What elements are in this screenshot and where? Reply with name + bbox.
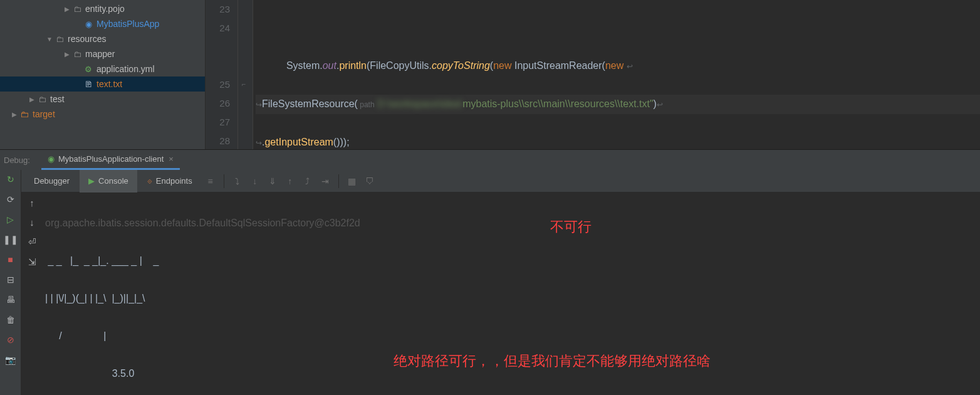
tree-node-entity[interactable]: 🗀 entity.pojo (0, 1, 205, 16)
resources-folder-icon: 🗀 (54, 34, 65, 44)
debug-session-tab[interactable]: ◉ MybatisPlusApplication-client × (41, 150, 180, 170)
code-token: mybatis-plus\\src\\main\\resources\\text… (462, 98, 653, 109)
force-step-into-button[interactable]: ⇓ (264, 173, 281, 189)
editor[interactable]: 23 24 25 26 27 28 ⌐ System.out.println(F… (206, 0, 980, 149)
rerun-button[interactable]: ↻ (4, 172, 18, 186)
folder-icon: 🗀 (36, 94, 48, 104)
yml-icon: ⚙ (83, 64, 94, 74)
soft-wrap-button[interactable]: ⏎ (28, 236, 36, 248)
debug-left-toolbar: ↻ ⟳ ▷ ❚❚ ■ ⊟ 🖶 🗑 ⊘ 📷 (0, 170, 21, 395)
tree-node-app[interactable]: ◉ MybatisPlusApp (0, 16, 205, 31)
console-output[interactable]: org.apache.ibatis.session.defaults.Defau… (43, 192, 980, 395)
camera-button[interactable]: 📷 (4, 353, 18, 367)
separator (338, 174, 339, 188)
step-into-button[interactable]: ↓ (247, 173, 263, 189)
debug-toolbar: Debugger ▶Console ⟐Endpoints ≡ ⤵ ↓ ⇓ ↑ ⤴… (21, 170, 980, 192)
line-number: 26 (206, 94, 230, 113)
endpoints-icon: ⟐ (147, 176, 152, 186)
tree-node-appyml[interactable]: ⚙ application.yml (0, 61, 205, 76)
tab-label: Debugger (34, 176, 70, 186)
chevron-right-icon[interactable] (10, 111, 19, 118)
tab-label: Endpoints (156, 176, 192, 186)
tree-node-resources[interactable]: 🗀 resources (0, 31, 205, 46)
code-token: FileCopyUtils (370, 60, 429, 71)
code-content[interactable]: System.out.println(FileCopyUtils.copyToS… (253, 0, 980, 149)
tab-title: MybatisPlusApplication-client (58, 154, 164, 164)
tree-node-texttxt[interactable]: 🖹 text.txt (0, 76, 205, 92)
line-gutter: 23 24 25 26 27 28 (206, 0, 238, 149)
wrap-indicator-icon: ↩ (627, 62, 633, 71)
fold-end-icon[interactable]: ⌐ (242, 80, 246, 88)
scroll-to-end-button[interactable]: ⇲ (28, 256, 36, 268)
springboot-icon: ◉ (83, 19, 94, 29)
run-to-cursor-button[interactable]: ⇥ (317, 173, 333, 189)
line-number: 24 (206, 19, 230, 38)
drop-frame-button[interactable]: ⤴ (300, 173, 316, 189)
tree-label: entity.pojo (85, 4, 125, 14)
target-folder-icon: 🗀 (19, 109, 30, 119)
folder-icon: 🗀 (71, 49, 83, 59)
project-tree[interactable]: 🗀 entity.pojo ◉ MybatisPlusApp 🗀 resourc… (0, 0, 206, 149)
chevron-down-icon[interactable] (45, 36, 54, 43)
annotation-text: 不可行 (550, 218, 592, 236)
evaluate-button[interactable]: ▦ (344, 173, 360, 189)
down-button[interactable]: ↓ (29, 217, 34, 228)
tree-node-mapper[interactable]: 🗀 mapper (0, 46, 205, 61)
resume-button[interactable]: ▷ (4, 213, 18, 226)
tab-label: Console (98, 176, 128, 186)
up-button[interactable]: ↑ (29, 198, 34, 208)
tree-label: mapper (85, 49, 115, 59)
console-line: org.apache.ibatis.session.defaults.Defau… (45, 214, 977, 233)
debug-header: Debug: ◉ MybatisPlusApplication-client × (0, 150, 980, 170)
debug-label: Debug: (4, 155, 30, 165)
update-button[interactable]: ⟳ (4, 192, 18, 206)
wrap-indicator-icon: ↪ (256, 138, 262, 147)
code-token-blurred: D:\workspace\idea\ (377, 98, 462, 109)
wrap-indicator-icon: ↪ (256, 100, 262, 109)
trash-button[interactable]: 🗑 (4, 313, 18, 327)
tree-label: test (50, 94, 65, 104)
pause-button[interactable]: ❚❚ (4, 233, 18, 246)
line-number: 25 (206, 75, 230, 94)
console-icon: ▶ (88, 176, 95, 186)
springboot-icon: ◉ (48, 154, 55, 164)
tree-label: resources (68, 34, 106, 44)
chevron-right-icon[interactable] (63, 6, 71, 13)
tree-label: target (33, 109, 55, 119)
settings-button[interactable]: ⛉ (362, 173, 378, 189)
code-token: new (605, 60, 623, 71)
fold-gutter[interactable]: ⌐ (238, 0, 253, 149)
line-number: 27 (206, 113, 230, 132)
code-token: println (339, 60, 367, 71)
param-hint: path (358, 100, 375, 109)
separator (224, 174, 224, 188)
console-line: _ _ |_ _ _|_. ___ _ | _ (45, 251, 977, 270)
console-line: | | |\/|_)(_| | |_\ |_)||_|_\ (45, 289, 977, 308)
debug-tool-window: Debug: ◉ MybatisPlusApplication-client ×… (0, 149, 980, 395)
chevron-right-icon[interactable] (63, 51, 71, 58)
code-token: copyToString (432, 60, 490, 71)
more-button[interactable]: ≡ (202, 173, 219, 189)
tree-label: text.txt (96, 79, 122, 89)
debugger-tab[interactable]: Debugger (25, 170, 78, 192)
endpoints-tab[interactable]: ⟐Endpoints (138, 170, 201, 192)
annotation-text: 绝对路径可行，，但是我们肯定不能够用绝对路径啥 (394, 352, 711, 371)
console-tab[interactable]: ▶Console (80, 170, 137, 192)
view-breakpoints-button[interactable]: ⊟ (4, 273, 18, 287)
tree-node-target[interactable]: 🗀 target (0, 107, 205, 122)
close-icon[interactable]: × (169, 154, 174, 164)
tree-label: MybatisPlusApp (96, 19, 159, 29)
mute-breakpoints-button[interactable]: ⊘ (4, 333, 18, 347)
step-out-button[interactable]: ↑ (282, 173, 298, 189)
chevron-right-icon[interactable] (28, 96, 36, 103)
print-button[interactable]: 🖶 (4, 293, 18, 307)
code-token: out (323, 60, 336, 71)
tree-node-test[interactable]: 🗀 test (0, 92, 205, 107)
code-token: InputStreamReader (514, 60, 602, 71)
line-number: 28 (206, 132, 230, 150)
code-token: FileSystemResource (262, 98, 355, 109)
step-over-button[interactable]: ⤵ (229, 173, 246, 189)
code-token: ())); (333, 137, 350, 147)
folder-icon: 🗀 (71, 4, 83, 14)
stop-button[interactable]: ■ (4, 253, 18, 266)
